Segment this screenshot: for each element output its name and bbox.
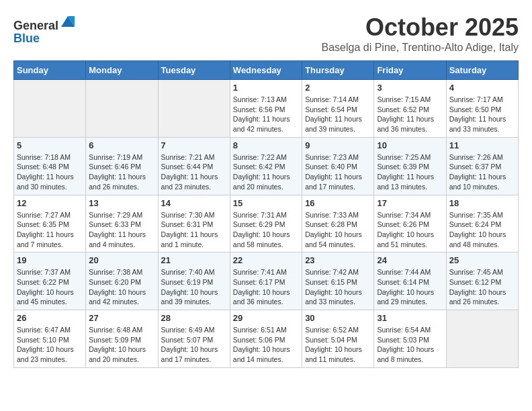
- day-info: Sunrise: 7:44 AM Sunset: 6:14 PM Dayligh…: [377, 267, 443, 307]
- month-title: October 2025: [321, 13, 519, 42]
- day-number: 18: [449, 198, 515, 208]
- day-info: Sunrise: 6:54 AM Sunset: 5:03 PM Dayligh…: [377, 325, 443, 365]
- day-info: Sunrise: 7:35 AM Sunset: 6:24 PM Dayligh…: [449, 210, 515, 250]
- day-info: Sunrise: 7:45 AM Sunset: 6:12 PM Dayligh…: [449, 267, 515, 307]
- day-number: 8: [233, 140, 299, 150]
- day-info: Sunrise: 7:34 AM Sunset: 6:26 PM Dayligh…: [377, 210, 443, 250]
- title-block: October 2025 Baselga di Pine, Trentino-A…: [321, 13, 519, 54]
- day-info: Sunrise: 7:23 AM Sunset: 6:40 PM Dayligh…: [305, 152, 371, 192]
- calendar-cell: 31Sunrise: 6:54 AM Sunset: 5:03 PM Dayli…: [374, 310, 446, 368]
- day-info: Sunrise: 6:52 AM Sunset: 5:04 PM Dayligh…: [305, 325, 371, 365]
- calendar-cell: 10Sunrise: 7:25 AM Sunset: 6:39 PM Dayli…: [374, 137, 446, 195]
- calendar-cell: 22Sunrise: 7:41 AM Sunset: 6:17 PM Dayli…: [230, 253, 302, 310]
- day-info: Sunrise: 7:21 AM Sunset: 6:44 PM Dayligh…: [161, 152, 227, 192]
- weekday-header-friday: Friday: [374, 61, 446, 80]
- week-row-5: 26Sunrise: 6:47 AM Sunset: 5:10 PM Dayli…: [14, 310, 519, 368]
- calendar-cell: 6Sunrise: 7:19 AM Sunset: 6:46 PM Daylig…: [86, 137, 158, 195]
- calendar-body: 1Sunrise: 7:13 AM Sunset: 6:56 PM Daylig…: [14, 80, 519, 368]
- page-header: General Blue October 2025 Baselga di Pin…: [13, 13, 519, 54]
- day-number: 3: [377, 83, 443, 93]
- calendar-cell: 13Sunrise: 7:29 AM Sunset: 6:33 PM Dayli…: [86, 195, 158, 253]
- day-info: Sunrise: 7:15 AM Sunset: 6:52 PM Dayligh…: [377, 95, 443, 134]
- weekday-header-monday: Monday: [86, 61, 158, 80]
- calendar-cell: 20Sunrise: 7:38 AM Sunset: 6:20 PM Dayli…: [86, 253, 158, 310]
- day-info: Sunrise: 7:25 AM Sunset: 6:39 PM Dayligh…: [377, 152, 443, 192]
- calendar-cell: 25Sunrise: 7:45 AM Sunset: 6:12 PM Dayli…: [446, 253, 518, 310]
- day-info: Sunrise: 7:42 AM Sunset: 6:15 PM Dayligh…: [305, 267, 371, 307]
- day-number: 19: [17, 255, 83, 265]
- day-info: Sunrise: 6:47 AM Sunset: 5:10 PM Dayligh…: [17, 325, 83, 365]
- day-info: Sunrise: 7:14 AM Sunset: 6:54 PM Dayligh…: [305, 95, 371, 134]
- day-number: 29: [233, 313, 299, 323]
- day-number: 21: [161, 255, 227, 265]
- day-number: 7: [161, 140, 227, 150]
- day-number: 4: [449, 83, 515, 93]
- day-number: 25: [449, 255, 515, 265]
- day-number: 23: [305, 255, 371, 265]
- weekday-header-wednesday: Wednesday: [230, 61, 302, 80]
- weekday-header-saturday: Saturday: [446, 61, 518, 80]
- day-number: 15: [233, 198, 299, 208]
- weekday-header-row: SundayMondayTuesdayWednesdayThursdayFrid…: [14, 61, 519, 80]
- calendar-cell: [446, 310, 518, 368]
- calendar-cell: 16Sunrise: 7:33 AM Sunset: 6:28 PM Dayli…: [302, 195, 374, 253]
- calendar-cell: 12Sunrise: 7:27 AM Sunset: 6:35 PM Dayli…: [14, 195, 86, 253]
- logo: General Blue: [13, 13, 76, 46]
- day-info: Sunrise: 6:51 AM Sunset: 5:06 PM Dayligh…: [233, 325, 299, 365]
- week-row-3: 12Sunrise: 7:27 AM Sunset: 6:35 PM Dayli…: [14, 195, 519, 253]
- day-number: 11: [449, 140, 515, 150]
- calendar-cell: 9Sunrise: 7:23 AM Sunset: 6:40 PM Daylig…: [302, 137, 374, 195]
- day-number: 10: [377, 140, 443, 150]
- calendar-cell: 26Sunrise: 6:47 AM Sunset: 5:10 PM Dayli…: [14, 310, 86, 368]
- calendar-cell: 4Sunrise: 7:17 AM Sunset: 6:50 PM Daylig…: [446, 80, 518, 138]
- calendar-cell: 28Sunrise: 6:49 AM Sunset: 5:07 PM Dayli…: [158, 310, 230, 368]
- day-number: 14: [161, 198, 227, 208]
- logo-text: General Blue: [13, 13, 76, 46]
- calendar-cell: 30Sunrise: 6:52 AM Sunset: 5:04 PM Dayli…: [302, 310, 374, 368]
- day-number: 6: [89, 140, 154, 150]
- day-info: Sunrise: 7:37 AM Sunset: 6:22 PM Dayligh…: [17, 267, 83, 307]
- day-number: 24: [377, 255, 443, 265]
- calendar-cell: 15Sunrise: 7:31 AM Sunset: 6:29 PM Dayli…: [230, 195, 302, 253]
- calendar-cell: 29Sunrise: 6:51 AM Sunset: 5:06 PM Dayli…: [230, 310, 302, 368]
- day-number: 16: [305, 198, 371, 208]
- weekday-header-tuesday: Tuesday: [158, 61, 230, 80]
- day-info: Sunrise: 7:38 AM Sunset: 6:20 PM Dayligh…: [89, 267, 154, 307]
- calendar-cell: [86, 80, 158, 138]
- day-info: Sunrise: 6:48 AM Sunset: 5:09 PM Dayligh…: [89, 325, 154, 365]
- day-info: Sunrise: 7:22 AM Sunset: 6:42 PM Dayligh…: [233, 152, 299, 192]
- logo-blue: Blue: [13, 32, 76, 46]
- day-info: Sunrise: 7:41 AM Sunset: 6:17 PM Dayligh…: [233, 267, 299, 307]
- calendar-cell: 2Sunrise: 7:14 AM Sunset: 6:54 PM Daylig…: [302, 80, 374, 138]
- day-info: Sunrise: 7:26 AM Sunset: 6:37 PM Dayligh…: [449, 152, 515, 192]
- calendar-cell: 23Sunrise: 7:42 AM Sunset: 6:15 PM Dayli…: [302, 253, 374, 310]
- weekday-header-sunday: Sunday: [14, 61, 86, 80]
- day-number: 5: [17, 140, 83, 150]
- day-info: Sunrise: 7:29 AM Sunset: 6:33 PM Dayligh…: [89, 210, 154, 250]
- day-info: Sunrise: 7:30 AM Sunset: 6:31 PM Dayligh…: [161, 210, 227, 250]
- week-row-2: 5Sunrise: 7:18 AM Sunset: 6:48 PM Daylig…: [14, 137, 519, 195]
- weekday-header-thursday: Thursday: [302, 61, 374, 80]
- calendar-cell: 3Sunrise: 7:15 AM Sunset: 6:52 PM Daylig…: [374, 80, 446, 138]
- day-info: Sunrise: 7:40 AM Sunset: 6:19 PM Dayligh…: [161, 267, 227, 307]
- logo-icon: [60, 13, 76, 30]
- day-number: 9: [305, 140, 371, 150]
- week-row-4: 19Sunrise: 7:37 AM Sunset: 6:22 PM Dayli…: [14, 253, 519, 310]
- calendar-cell: 14Sunrise: 7:30 AM Sunset: 6:31 PM Dayli…: [158, 195, 230, 253]
- logo-general: General: [13, 19, 58, 32]
- week-row-1: 1Sunrise: 7:13 AM Sunset: 6:56 PM Daylig…: [14, 80, 519, 138]
- day-number: 27: [89, 313, 154, 323]
- location-subtitle: Baselga di Pine, Trentino-Alto Adige, It…: [321, 42, 519, 54]
- day-number: 12: [17, 198, 83, 208]
- day-info: Sunrise: 7:19 AM Sunset: 6:46 PM Dayligh…: [89, 152, 154, 192]
- calendar-cell: 19Sunrise: 7:37 AM Sunset: 6:22 PM Dayli…: [14, 253, 86, 310]
- day-number: 1: [233, 83, 299, 93]
- calendar-cell: 18Sunrise: 7:35 AM Sunset: 6:24 PM Dayli…: [446, 195, 518, 253]
- day-info: Sunrise: 7:33 AM Sunset: 6:28 PM Dayligh…: [305, 210, 371, 250]
- calendar-cell: [158, 80, 230, 138]
- calendar-cell: 27Sunrise: 6:48 AM Sunset: 5:09 PM Dayli…: [86, 310, 158, 368]
- day-info: Sunrise: 7:17 AM Sunset: 6:50 PM Dayligh…: [449, 95, 515, 134]
- calendar-cell: 17Sunrise: 7:34 AM Sunset: 6:26 PM Dayli…: [374, 195, 446, 253]
- calendar-cell: 21Sunrise: 7:40 AM Sunset: 6:19 PM Dayli…: [158, 253, 230, 310]
- day-info: Sunrise: 7:13 AM Sunset: 6:56 PM Dayligh…: [233, 95, 299, 134]
